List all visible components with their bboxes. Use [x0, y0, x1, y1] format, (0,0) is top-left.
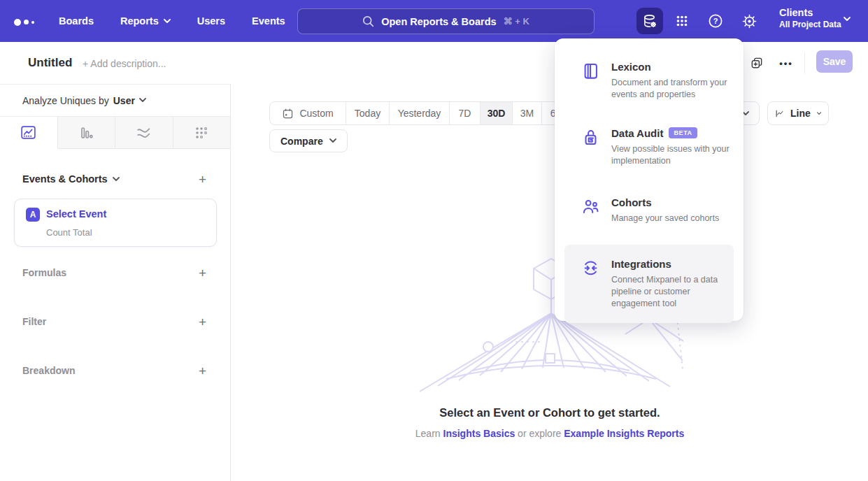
analyze-row: Analyze Uniques by User [0, 85, 230, 117]
select-event-label[interactable]: Select Event [46, 208, 106, 220]
analyze-uniques-selector[interactable]: User [113, 95, 146, 106]
chevron-down-icon [844, 17, 851, 22]
mixpanel-insights-app: Boards Reports Users Events Open Reports… [0, 0, 868, 481]
add-breakdown-button[interactable]: + [199, 364, 206, 378]
menu-item-text: Cohorts Manage your saved cohorts [611, 196, 737, 224]
data-management-dropdown: Lexicon Document and transform your even… [555, 38, 744, 321]
svg-text:?: ? [713, 17, 718, 25]
save-button[interactable]: Save [816, 50, 853, 73]
data-management-button[interactable] [636, 8, 663, 34]
add-event-button[interactable]: + [199, 173, 206, 186]
range-label: Today [355, 108, 380, 119]
menu-item-title: Cohorts [611, 196, 652, 208]
nav-label: Users [197, 15, 225, 27]
menu-item-title: Integrations [611, 258, 671, 270]
menu-item-text: Lexicon Document and transform your even… [611, 61, 737, 101]
report-title[interactable]: Untitled [28, 56, 72, 70]
more-options-button[interactable]: ••• [777, 54, 795, 72]
header-divider [804, 52, 805, 73]
help-icon: ? [707, 13, 724, 29]
apps-grid-button[interactable] [669, 8, 695, 34]
settings-button[interactable] [736, 8, 762, 34]
search-icon [362, 15, 374, 27]
gear-icon [741, 13, 757, 29]
nav-item-users[interactable]: Users [197, 15, 225, 27]
global-search-button[interactable]: Open Reports & Boards ⌘ + K [297, 8, 595, 34]
date-range-custom[interactable]: Custom [270, 102, 346, 124]
formulas-section: Formulas + [22, 265, 206, 280]
breakdown-label: Breakdown [22, 365, 75, 376]
bar-chart-tab-icon [78, 124, 94, 141]
menu-item-integrations[interactable]: Integrations Connect Mixpanel to a data … [564, 245, 734, 323]
date-range-control: Custom Today Yesterday 7D 30D 3M 6M [269, 101, 573, 125]
count-total-selector[interactable]: Count Total [46, 227, 92, 238]
database-gear-icon [642, 13, 658, 29]
nav-item-reports[interactable]: Reports [120, 15, 171, 27]
menu-item-lexicon[interactable]: Lexicon Document and transform your even… [564, 61, 734, 101]
tab-flow-chart[interactable] [115, 117, 173, 149]
event-card[interactable]: A Select Event Count Total [14, 199, 217, 247]
retention-tab-icon [193, 124, 210, 141]
integrations-icon [581, 259, 600, 278]
line-chart-tab-icon [20, 124, 37, 141]
duplicate-icon [750, 56, 764, 70]
cohorts-icon [581, 197, 600, 216]
or-explore-text: or explore [518, 428, 561, 439]
menu-item-text: Data Audit BETA View possible issues wit… [611, 127, 737, 167]
event-series-badge: A [26, 208, 40, 222]
filter-label: Filter [22, 316, 46, 327]
mixpanel-logo[interactable] [14, 15, 45, 27]
more-icon: ••• [779, 58, 793, 69]
date-range-today[interactable]: Today [346, 102, 389, 124]
nav-label: Boards [59, 15, 94, 27]
chevron-down-icon [139, 98, 146, 103]
menu-item-description: Connect Mixpanel to a data pipeline or c… [611, 274, 737, 310]
filter-section: Filter + [22, 314, 206, 329]
events-cohorts-header[interactable]: Events & Cohorts [22, 173, 120, 185]
data-audit-icon [581, 128, 600, 147]
nav-label: Events [252, 15, 285, 27]
chart-style-label: Line [790, 108, 811, 119]
insights-basics-link[interactable]: Insights Basics [443, 428, 515, 439]
events-cohorts-label: Events & Cohorts [22, 173, 108, 185]
nav-item-boards[interactable]: Boards [59, 15, 94, 27]
compare-button[interactable]: Compare [269, 129, 348, 152]
project-selector[interactable]: Clients All Project Data [779, 7, 841, 29]
tab-bar-chart[interactable] [58, 117, 116, 149]
chevron-down-icon [164, 19, 171, 24]
example-insights-reports-link[interactable]: Example Insights Reports [564, 428, 684, 439]
tab-retention-chart[interactable] [173, 117, 231, 149]
help-button[interactable]: ? [702, 8, 729, 34]
menu-item-title: Lexicon [611, 61, 651, 73]
chevron-down-icon [329, 138, 336, 143]
report-canvas: Custom Today Yesterday 7D 30D 3M 6M Comp… [232, 84, 868, 481]
analyze-label: Analyze Uniques by [22, 95, 109, 106]
analyze-value: User [113, 95, 135, 106]
date-range-3m[interactable]: 3M [512, 102, 541, 124]
add-description-field[interactable]: + Add description... [83, 58, 166, 69]
formulas-label: Formulas [22, 267, 66, 278]
primary-nav: Boards Reports Users Events [59, 0, 285, 42]
date-range-7d[interactable]: 7D [449, 102, 480, 124]
date-range-yesterday[interactable]: Yesterday [389, 102, 449, 124]
range-label: 7D [459, 108, 471, 119]
menu-item-data-audit[interactable]: Data Audit BETA View possible issues wit… [564, 127, 734, 167]
add-filter-button[interactable]: + [199, 315, 206, 329]
date-range-30d[interactable]: 30D [480, 102, 512, 124]
chart-style-selector[interactable]: Line [767, 101, 829, 125]
menu-item-cohorts[interactable]: Cohorts Manage your saved cohorts [564, 196, 734, 224]
compare-label: Compare [280, 136, 323, 147]
menu-item-description: Manage your saved cohorts [611, 213, 737, 224]
tab-line-chart[interactable] [0, 117, 58, 149]
nav-label: Reports [120, 15, 159, 27]
project-scope: All Project Data [779, 20, 841, 29]
chart-type-tabs [0, 117, 230, 149]
nav-item-events[interactable]: Events [252, 15, 285, 27]
search-label: Open Reports & Boards [381, 16, 496, 27]
duplicate-button[interactable] [748, 54, 766, 72]
range-label: Yesterday [398, 108, 441, 119]
add-formula-button[interactable]: + [199, 266, 206, 280]
grid-apps-icon [674, 13, 690, 29]
chevron-down-icon [113, 177, 120, 182]
query-builder-sidebar: Analyze Uniques by User [0, 84, 231, 481]
